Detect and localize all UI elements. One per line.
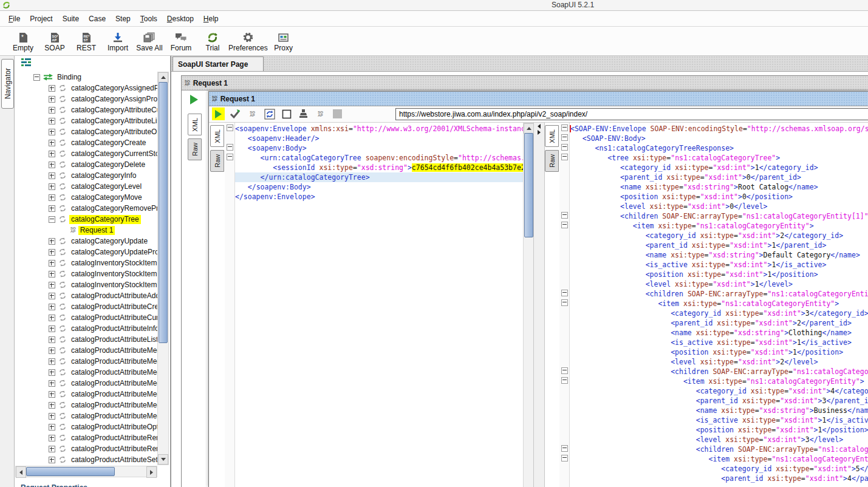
- tab-raw[interactable]: Raw: [545, 150, 559, 172]
- expand-icon[interactable]: [49, 183, 55, 190]
- collapse-right-icon[interactable]: [538, 130, 541, 135]
- tree-item-catalogproductattributemed[interactable]: catalogProductAttributeMed: [15, 356, 158, 367]
- tree-item-catalogcategoryattributeopt[interactable]: catalogCategoryAttributeOpt: [15, 126, 158, 137]
- tree-item-catalogproductattributemed[interactable]: catalogProductAttributeMed: [15, 389, 158, 400]
- response-xml-editor[interactable]: <SOAP-ENV:Envelope SOAP-ENV:encodingStyl…: [570, 124, 868, 487]
- submit-request-button[interactable]: [190, 95, 198, 104]
- preferences-button[interactable]: Preferences: [228, 28, 268, 55]
- fold-collapse-icon[interactable]: [561, 377, 568, 384]
- soap-button[interactable]: SO*APSOAP: [39, 28, 70, 55]
- fold-collapse-icon[interactable]: [561, 144, 568, 151]
- tree-item-catalogcategoryupdateprodu[interactable]: catalogCategoryUpdateProdu: [15, 247, 158, 257]
- expand-icon[interactable]: [49, 315, 55, 321]
- proxy-button[interactable]: Proxy: [268, 28, 299, 55]
- endpoint-url-input[interactable]: [395, 108, 868, 120]
- tab-raw[interactable]: Raw: [188, 138, 202, 160]
- expand-icon[interactable]: [49, 446, 55, 452]
- fold-collapse-icon[interactable]: [561, 445, 568, 452]
- expand-icon[interactable]: [49, 391, 55, 398]
- tree-item-catalogproductattributemed[interactable]: catalogProductAttributeMed: [15, 400, 158, 410]
- tree-item-binding[interactable]: Binding: [15, 72, 158, 83]
- fold-collapse-icon[interactable]: [227, 124, 233, 131]
- expand-icon[interactable]: [49, 424, 55, 431]
- tree-item-catalogcategoryassignedpro[interactable]: catalogCategoryAssignedPro: [15, 83, 158, 94]
- menu-desktop[interactable]: Desktop: [162, 13, 199, 25]
- expand-icon[interactable]: [49, 249, 55, 256]
- tree-item-catalogproductattributerem[interactable]: catalogProductAttributeRem: [15, 432, 158, 443]
- import-button[interactable]: Import: [102, 28, 134, 55]
- tree-item-catalogproductattributecurr[interactable]: catalogProductAttributeCurr: [15, 312, 158, 323]
- expand-icon[interactable]: [49, 369, 55, 376]
- fold-collapse-icon[interactable]: [561, 367, 568, 374]
- expand-icon[interactable]: [49, 457, 55, 463]
- tree-horizontal-scrollbar[interactable]: [15, 466, 157, 477]
- tree-item-catalogcategoryremoveprod[interactable]: catalogCategoryRemoveProd: [15, 203, 158, 214]
- tree-vertical-scrollbar[interactable]: [157, 72, 169, 465]
- fold-collapse-icon[interactable]: [561, 222, 568, 228]
- expand-icon[interactable]: [49, 336, 55, 343]
- tab-soapui-starter-page[interactable]: SoapUI Starter Page: [173, 56, 264, 71]
- rest-button[interactable]: RE*STREST: [70, 28, 102, 55]
- expand-icon[interactable]: [49, 107, 55, 114]
- clone-request-icon[interactable]: [297, 107, 310, 120]
- menu-help[interactable]: Help: [199, 13, 224, 25]
- fold-collapse-icon[interactable]: [561, 134, 568, 141]
- tab-xml[interactable]: XML: [188, 114, 202, 135]
- scroll-up-button[interactable]: [524, 123, 534, 134]
- tree-item-catalogproductattributerem[interactable]: catalogProductAttributeRem: [15, 443, 158, 454]
- tree-item-catalogcategoryassignprodu[interactable]: catalogCategoryAssignProdu: [15, 94, 158, 104]
- cancel-request-icon[interactable]: [331, 107, 344, 120]
- expand-icon[interactable]: [49, 435, 55, 441]
- request-xml-editor[interactable]: <soapenv:Envelope xmlns:xsi="http://www.…: [235, 124, 523, 487]
- navigator-tab[interactable]: Navigator: [1, 59, 14, 109]
- save-all-button[interactable]: Save All: [134, 28, 165, 55]
- expand-icon[interactable]: [49, 238, 55, 245]
- tree-item-catalogcategorycurrentstore[interactable]: catalogCategoryCurrentStore: [15, 148, 158, 159]
- menu-tools[interactable]: Tools: [135, 13, 162, 25]
- tree-item-catalogcategorymove[interactable]: catalogCategoryMove: [15, 192, 158, 203]
- navigator-options-icon[interactable]: [21, 58, 31, 66]
- tree-item-catalogcategoryattributecur[interactable]: catalogCategoryAttributeCur: [15, 104, 158, 115]
- expand-icon[interactable]: [49, 260, 55, 267]
- collapse-icon[interactable]: [33, 74, 40, 81]
- expand-icon[interactable]: [49, 172, 55, 179]
- empty-button[interactable]: *Empty: [7, 28, 39, 55]
- expand-icon[interactable]: [49, 304, 55, 310]
- tree-item-catalogproductattributelist[interactable]: catalogProductAttributeList: [15, 334, 158, 345]
- tree-item-request[interactable]: SOAPRequest 1: [15, 225, 158, 236]
- request-window[interactable]: SOAP Request 1 SOAP: [208, 91, 868, 487]
- tree-item-cataloginventorystockitemup[interactable]: catalogInventoryStockItemUp: [15, 279, 158, 290]
- expand-icon[interactable]: [49, 325, 55, 332]
- menu-suite[interactable]: Suite: [58, 13, 84, 25]
- expand-icon[interactable]: [49, 358, 55, 365]
- fold-collapse-icon[interactable]: [561, 124, 568, 131]
- fold-collapse-icon[interactable]: [227, 154, 233, 160]
- collapse-left-icon[interactable]: [538, 124, 541, 129]
- expand-icon[interactable]: [49, 118, 55, 124]
- tab-xml[interactable]: XML: [210, 125, 224, 147]
- forum-button[interactable]: Forum: [165, 28, 197, 55]
- collapse-icon[interactable]: [49, 216, 55, 223]
- tree-item-catalogproductattributeaddo[interactable]: catalogProductAttributeAddO: [15, 290, 158, 301]
- fold-collapse-icon[interactable]: [561, 299, 568, 306]
- expand-icon[interactable]: [49, 205, 55, 212]
- tree-item-catalogproductattributemed[interactable]: catalogProductAttributeMed: [15, 367, 158, 378]
- tree-item-catalogproductattributeinfo[interactable]: catalogProductAttributeInfo: [15, 323, 158, 334]
- scrollbar-thumb[interactable]: [159, 82, 168, 343]
- tree-item-catalogcategoryupdate[interactable]: catalogCategoryUpdate: [15, 236, 158, 247]
- scroll-right-button[interactable]: [146, 466, 157, 478]
- tree-item-catalogcategorytree[interactable]: catalogCategoryTree: [15, 214, 158, 225]
- menu-step[interactable]: Step: [111, 13, 135, 25]
- tree-item-cataloginventorystockitemlis[interactable]: catalogInventoryStockItemLis: [15, 257, 158, 268]
- expand-icon[interactable]: [49, 413, 55, 420]
- fold-collapse-icon[interactable]: [561, 290, 568, 296]
- tree-item-cataloginventorystockitemm[interactable]: catalogInventoryStockItemM: [15, 268, 158, 279]
- recreate-request-icon[interactable]: [263, 107, 276, 120]
- expand-icon[interactable]: [49, 194, 55, 201]
- clear-request-icon[interactable]: [280, 107, 293, 120]
- expand-icon[interactable]: [49, 282, 55, 288]
- tree-item-catalogproductattributemed[interactable]: catalogProductAttributeMed: [15, 410, 158, 421]
- fold-collapse-icon[interactable]: [561, 212, 568, 219]
- menu-project[interactable]: Project: [25, 13, 57, 25]
- fold-collapse-icon[interactable]: [227, 144, 233, 151]
